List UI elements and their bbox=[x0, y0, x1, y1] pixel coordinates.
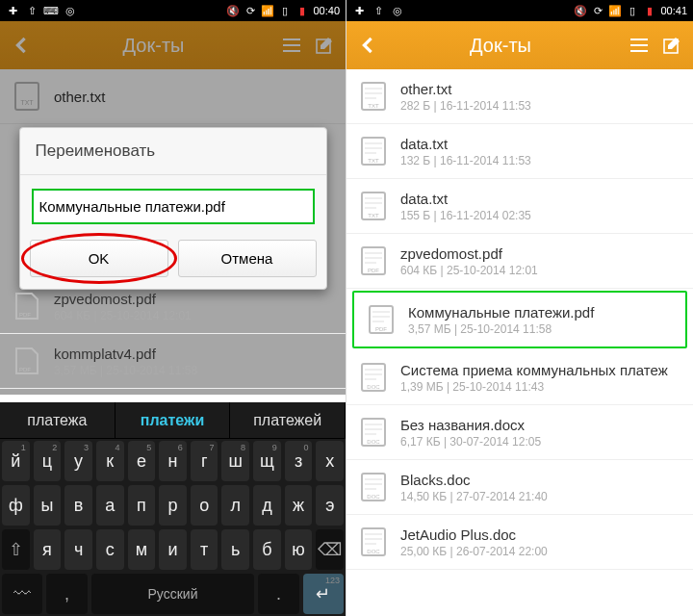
key-у[interactable]: у3 bbox=[64, 441, 92, 481]
file-name: Blacks.doc bbox=[400, 472, 681, 488]
key-о[interactable]: о bbox=[191, 485, 218, 526]
svg-text:PDF: PDF bbox=[375, 326, 387, 332]
key-к[interactable]: к4 bbox=[96, 441, 124, 481]
key-я[interactable]: я bbox=[34, 529, 62, 570]
key-ч[interactable]: ч bbox=[64, 529, 92, 570]
key-⌫[interactable]: ⌫ bbox=[316, 529, 344, 570]
menu-button[interactable] bbox=[626, 32, 653, 59]
file-name: zpvedomost.pdf bbox=[400, 245, 681, 262]
signal-icon: ▮ bbox=[643, 4, 656, 17]
app-header: Док-ты bbox=[346, 21, 693, 69]
file-doc-icon: DOC bbox=[358, 525, 389, 559]
suggestion-bar: платежа платежи платежей bbox=[0, 402, 346, 439]
space-key[interactable]: Русский bbox=[91, 574, 255, 614]
file-pdf-icon: PDF bbox=[12, 344, 42, 378]
list-item[interactable]: DOCJetAudio Plus.doc25,00 КБ | 26-07-201… bbox=[346, 515, 693, 570]
key-п[interactable]: п bbox=[128, 485, 156, 526]
key-и[interactable]: и bbox=[159, 529, 187, 570]
keyboard[interactable]: платежа платежи платежей й1ц2у3к4е5н6г7ш… bbox=[0, 402, 346, 616]
key-ж[interactable]: ж bbox=[285, 485, 313, 526]
list-item[interactable]: PDFКоммунальные платежи.pdf3,57 МБ | 25-… bbox=[352, 291, 687, 348]
key-х[interactable]: х bbox=[316, 441, 344, 481]
key-щ[interactable]: щ9 bbox=[253, 441, 281, 481]
cancel-button[interactable]: Отмена bbox=[178, 240, 317, 277]
key-н[interactable]: н6 bbox=[159, 441, 187, 481]
file-name: data.txt bbox=[400, 136, 681, 152]
ok-button[interactable]: OK bbox=[30, 240, 168, 277]
swype-key[interactable]: 〰 bbox=[2, 574, 42, 614]
key-ю[interactable]: ю bbox=[285, 529, 313, 570]
period-key[interactable]: . bbox=[258, 574, 298, 614]
key-⇧[interactable]: ⇧ bbox=[2, 529, 30, 570]
screen-left: ✚ ⇧ ⌨ ◎ 🔇 ⟳ 📶 ▯ ▮ 00:40 Док-ты TXT other… bbox=[0, 0, 346, 616]
list-item[interactable]: DOCСистема приема коммунальных платеж1,3… bbox=[346, 350, 693, 405]
key-ц[interactable]: ц2 bbox=[34, 441, 62, 481]
file-pdf-icon: PDF bbox=[12, 289, 42, 323]
file-meta: 1,39 МБ | 25-10-2014 11:43 bbox=[400, 380, 681, 394]
key-с[interactable]: с bbox=[96, 529, 124, 570]
file-list[interactable]: TXTother.txt282 Б | 16-11-2014 11:53TXTd… bbox=[346, 69, 693, 616]
key-ш[interactable]: ш8 bbox=[221, 441, 249, 481]
sync-icon: ⟳ bbox=[244, 4, 257, 17]
rename-dialog: Переименовать OK Отмена bbox=[19, 127, 327, 290]
plus-icon: ✚ bbox=[6, 4, 19, 17]
key-д[interactable]: д bbox=[253, 485, 281, 526]
upload-icon: ⇧ bbox=[372, 4, 385, 17]
key-т[interactable]: т bbox=[191, 529, 218, 570]
key-й[interactable]: й1 bbox=[2, 441, 30, 481]
file-pdf-icon: PDF bbox=[358, 244, 389, 278]
list-item[interactable]: DOCBlacks.doc14,50 КБ | 27-07-2014 21:40 bbox=[346, 460, 693, 515]
key-е[interactable]: е5 bbox=[128, 441, 156, 481]
screen-right: ✚ ⇧ ◎ 🔇 ⟳ 📶 ▯ ▮ 00:41 Док-ты TXTother.tx… bbox=[346, 0, 693, 616]
upload-icon: ⇧ bbox=[25, 4, 38, 17]
rename-input[interactable] bbox=[32, 189, 315, 224]
key-а[interactable]: а bbox=[96, 485, 124, 526]
key-р[interactable]: р bbox=[159, 485, 187, 526]
key-э[interactable]: э bbox=[316, 485, 344, 526]
key-б[interactable]: б bbox=[253, 529, 281, 570]
svg-text:DOC: DOC bbox=[367, 494, 380, 500]
list-item: PDF kommplatv4.pdf3,57 МБ | 25-10-2014 1… bbox=[0, 334, 346, 389]
plus-icon: ✚ bbox=[352, 4, 366, 17]
compose-button[interactable] bbox=[658, 32, 685, 59]
circle-icon: ◎ bbox=[64, 4, 77, 17]
file-meta: 282 Б | 16-11-2014 11:53 bbox=[400, 99, 681, 113]
list-item[interactable]: PDFzpvedomost.pdf604 КБ | 25-10-2014 12:… bbox=[346, 234, 693, 289]
key-г[interactable]: г7 bbox=[191, 441, 218, 481]
list-item: PDF zpvedomost.pdf604 КБ | 25-10-2014 12… bbox=[0, 279, 346, 334]
key-з[interactable]: з0 bbox=[285, 441, 313, 481]
suggestion[interactable]: платежей bbox=[230, 402, 346, 438]
page-title: Док-ты bbox=[381, 35, 620, 57]
enter-key[interactable]: 123↵ bbox=[303, 574, 344, 614]
file-name: other.txt bbox=[400, 81, 681, 97]
file-name: JetAudio Plus.doc bbox=[400, 526, 681, 543]
key-ь[interactable]: ь bbox=[221, 529, 249, 570]
key-в[interactable]: в bbox=[64, 485, 92, 526]
suggestion[interactable]: платежа bbox=[0, 402, 116, 438]
wifi-icon: 📶 bbox=[608, 4, 622, 17]
svg-text:PDF: PDF bbox=[368, 268, 379, 273]
file-doc-icon: DOC bbox=[358, 470, 389, 504]
list-item[interactable]: DOCБез названия.docx6,17 КБ | 30-07-2014… bbox=[346, 405, 693, 460]
key-ф[interactable]: ф bbox=[2, 485, 30, 526]
svg-text:DOC: DOC bbox=[367, 384, 380, 390]
list-item[interactable]: TXTdata.txt132 Б | 16-11-2014 11:53 bbox=[346, 124, 693, 179]
file-meta: 155 Б | 16-11-2014 02:35 bbox=[400, 209, 681, 222]
svg-text:DOC: DOC bbox=[367, 549, 380, 554]
back-button[interactable] bbox=[354, 32, 381, 59]
keyboard-icon: ⌨ bbox=[44, 4, 58, 17]
list-item[interactable]: TXTdata.txt155 Б | 16-11-2014 02:35 bbox=[346, 179, 693, 234]
key-м[interactable]: м bbox=[128, 529, 156, 570]
statusbar: ✚ ⇧ ⌨ ◎ 🔇 ⟳ 📶 ▯ ▮ 00:40 bbox=[0, 0, 346, 21]
circle-icon: ◎ bbox=[391, 4, 404, 17]
key-ы[interactable]: ы bbox=[34, 485, 62, 526]
mute-icon: 🔇 bbox=[226, 4, 240, 17]
comma-key[interactable]: , bbox=[46, 574, 87, 614]
key-л[interactable]: л bbox=[221, 485, 249, 526]
file-doc-icon: DOC bbox=[358, 360, 389, 395]
file-list-bg2: PDF zpvedomost.pdf604 КБ | 25-10-2014 12… bbox=[0, 279, 346, 389]
suggestion-primary[interactable]: платежи bbox=[116, 402, 231, 438]
list-item[interactable]: TXTother.txt282 Б | 16-11-2014 11:53 bbox=[346, 69, 693, 124]
signal-icon: ▮ bbox=[295, 4, 309, 17]
svg-text:PDF: PDF bbox=[19, 312, 31, 318]
